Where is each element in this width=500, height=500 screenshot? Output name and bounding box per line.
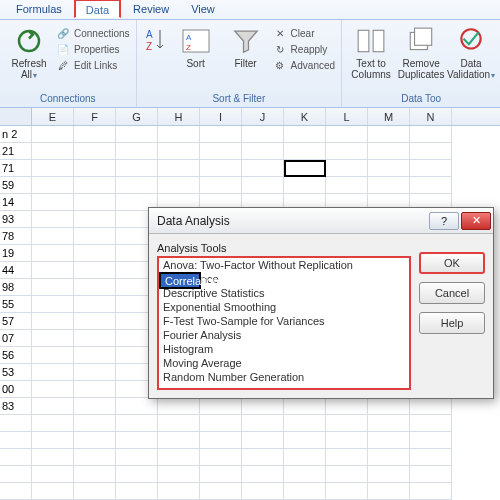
cell[interactable] [158,483,200,500]
row-leading-cell[interactable]: 55 [0,296,32,313]
cell[interactable] [284,449,326,466]
cell[interactable] [200,466,242,483]
remove-duplicates-button[interactable]: Remove Duplicates [398,24,444,80]
row-leading-cell[interactable]: 53 [0,364,32,381]
row-leading-cell[interactable]: 44 [0,262,32,279]
col-header-K[interactable]: K [284,108,326,125]
cell[interactable] [32,126,74,143]
col-header-E[interactable]: E [32,108,74,125]
cell[interactable] [32,228,74,245]
col-header-J[interactable]: J [242,108,284,125]
cell[interactable] [74,398,116,415]
cell[interactable] [368,415,410,432]
cell[interactable] [326,160,368,177]
cell[interactable] [242,466,284,483]
cell[interactable] [158,449,200,466]
cell[interactable] [368,449,410,466]
tab-data[interactable]: Data [74,0,121,18]
analysis-option[interactable]: Random Number Generation [159,370,409,384]
cell[interactable] [284,466,326,483]
col-header-N[interactable]: N [410,108,452,125]
analysis-option[interactable]: Anova: Two-Factor Without Replication [159,258,409,272]
cell[interactable] [32,381,74,398]
clear-button[interactable]: ✕Clear [273,26,335,40]
cell[interactable] [32,143,74,160]
cell[interactable] [32,279,74,296]
cell[interactable] [158,398,200,415]
analysis-option[interactable]: F-Test Two-Sample for Variances [159,314,409,328]
cell[interactable] [284,160,326,177]
cell[interactable] [242,483,284,500]
analysis-option[interactable]: Histogram [159,342,409,356]
cell[interactable] [410,432,452,449]
tab-review[interactable]: Review [123,0,179,19]
cell[interactable] [116,143,158,160]
row-leading-cell[interactable]: 78 [0,228,32,245]
cell[interactable] [74,364,116,381]
cell[interactable] [116,449,158,466]
cell[interactable] [116,483,158,500]
cell[interactable] [326,483,368,500]
cell[interactable] [200,398,242,415]
row-leading-cell[interactable]: n 2 [0,126,32,143]
row-leading-cell[interactable] [0,449,32,466]
cell[interactable] [200,415,242,432]
cell[interactable] [74,381,116,398]
analysis-tools-listbox[interactable]: Anova: Two-Factor Without ReplicationCor… [157,256,411,390]
cell[interactable] [410,126,452,143]
help-button[interactable]: Help [419,312,485,334]
cell[interactable] [242,398,284,415]
cell[interactable] [74,228,116,245]
cell[interactable] [116,432,158,449]
cell[interactable] [410,483,452,500]
corner-cell[interactable] [0,108,32,125]
cell[interactable] [74,177,116,194]
cell[interactable] [74,330,116,347]
cell[interactable] [326,177,368,194]
cell[interactable] [410,160,452,177]
cell[interactable] [32,432,74,449]
cell[interactable] [158,126,200,143]
properties-button[interactable]: 📄Properties [56,42,130,56]
row-leading-cell[interactable] [0,415,32,432]
cell[interactable] [74,143,116,160]
cell[interactable] [284,415,326,432]
row-leading-cell[interactable]: 00 [0,381,32,398]
reapply-button[interactable]: ↻Reapply [273,42,335,56]
sort-az-button[interactable]: AZ [143,24,169,56]
row-leading-cell[interactable]: 57 [0,313,32,330]
sort-button[interactable]: AZ Sort [173,24,219,69]
cell[interactable] [326,449,368,466]
cell[interactable] [32,449,74,466]
cell[interactable] [326,398,368,415]
cell[interactable] [200,483,242,500]
cell[interactable] [284,126,326,143]
cell[interactable] [242,160,284,177]
row-leading-cell[interactable]: 14 [0,194,32,211]
cell[interactable] [74,279,116,296]
analysis-option[interactable]: Covariance [159,272,409,286]
cell[interactable] [200,177,242,194]
cell[interactable] [200,160,242,177]
cell[interactable] [242,432,284,449]
cell[interactable] [74,262,116,279]
cell[interactable] [242,449,284,466]
row-leading-cell[interactable]: 59 [0,177,32,194]
row-leading-cell[interactable] [0,466,32,483]
cell[interactable] [410,177,452,194]
cell[interactable] [158,466,200,483]
cell[interactable] [32,398,74,415]
col-header-H[interactable]: H [158,108,200,125]
cell[interactable] [74,415,116,432]
row-leading-cell[interactable] [0,483,32,500]
cell[interactable] [158,432,200,449]
cell[interactable] [242,143,284,160]
analysis-option[interactable]: Descriptive Statistics [159,286,409,300]
cell[interactable] [284,432,326,449]
analysis-option[interactable]: Fourier Analysis [159,328,409,342]
cell[interactable] [242,177,284,194]
cell[interactable] [410,415,452,432]
cell[interactable] [32,262,74,279]
tab-formulas[interactable]: Formulas [6,0,72,19]
cell[interactable] [326,415,368,432]
